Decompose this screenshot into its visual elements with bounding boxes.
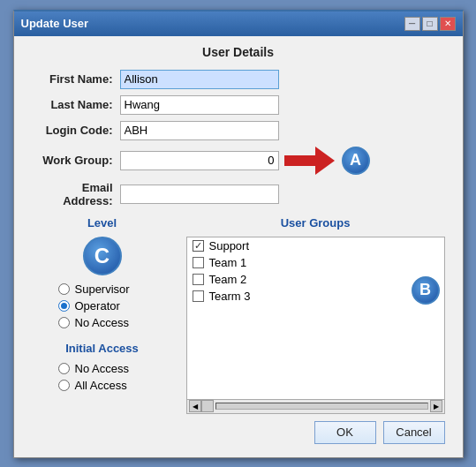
checkbox-team2[interactable] <box>193 274 204 285</box>
badge-a: A <box>342 147 370 175</box>
scroll-track[interactable] <box>215 403 428 410</box>
radio-label-all-access: All Access <box>75 379 127 392</box>
horizontal-scrollbar[interactable]: ◀ ▶ <box>186 400 445 414</box>
email-row: Email Address: <box>32 181 445 207</box>
list-label-support: Support <box>209 239 250 252</box>
user-groups-title: User Groups <box>186 216 445 230</box>
radio-circle-all-access <box>58 380 70 391</box>
checkbox-team1[interactable] <box>193 257 204 268</box>
access-group: No Access All Access <box>32 362 173 392</box>
work-group-row: Work Group: A <box>32 147 445 175</box>
first-name-label: First Name: <box>32 72 120 86</box>
right-panel: User Groups ✓ Support Team 1 <box>186 216 445 414</box>
minimize-button[interactable]: ─ <box>404 17 420 31</box>
cancel-button[interactable]: Cancel <box>383 421 445 444</box>
level-group: Supervisor Operator No Access <box>32 282 173 329</box>
window-controls: ─ □ ✕ <box>404 17 456 31</box>
window-body: User Details First Name: Last Name: Logi… <box>14 36 463 457</box>
last-name-input[interactable] <box>120 95 279 115</box>
first-name-row: First Name: <box>32 70 445 89</box>
level-title: Level <box>32 216 173 230</box>
checkbox-support[interactable]: ✓ <box>193 240 204 252</box>
badge-c: C <box>83 237 122 275</box>
radio-no-access-init[interactable]: No Access <box>58 362 173 375</box>
radio-circle-operator <box>58 300 70 312</box>
main-section: Level C Supervisor Operator <box>32 216 445 414</box>
arrow-indicator: A <box>284 147 370 175</box>
scroll-thumb[interactable] <box>201 400 214 412</box>
login-code-row: Login Code: <box>32 121 445 140</box>
radio-label-operator: Operator <box>75 299 120 313</box>
arrow-shape <box>315 147 335 175</box>
radio-all-access[interactable]: All Access <box>58 379 173 392</box>
arrow-rect <box>284 155 315 166</box>
list-label-team2: Team 2 <box>209 273 247 286</box>
list-item-team2[interactable]: Team 2 <box>187 271 444 288</box>
last-name-row: Last Name: <box>32 95 445 115</box>
section-title: User Details <box>32 45 445 59</box>
radio-circle-supervisor <box>58 283 70 295</box>
close-button[interactable]: ✕ <box>440 17 456 31</box>
radio-no-access[interactable]: No Access <box>58 316 173 329</box>
login-code-input[interactable] <box>120 121 279 140</box>
radio-operator[interactable]: Operator <box>58 299 173 313</box>
title-bar: Update User ─ □ ✕ <box>14 11 463 36</box>
list-item-support[interactable]: ✓ Support <box>187 237 444 254</box>
first-name-input[interactable] <box>120 70 279 89</box>
last-name-label: Last Name: <box>32 98 120 111</box>
radio-circle-no-access <box>58 317 70 328</box>
radio-label-supervisor: Supervisor <box>75 282 130 296</box>
window-title: Update User <box>21 17 89 30</box>
list-item-team1[interactable]: Team 1 <box>187 254 444 271</box>
list-label-tearm3: Tearm 3 <box>209 290 251 303</box>
radio-dot-operator <box>61 303 67 309</box>
left-panel: Level C Supervisor Operator <box>32 216 173 414</box>
scroll-left-arrow[interactable]: ◀ <box>189 400 201 412</box>
badge-b: B <box>412 276 440 305</box>
radio-supervisor[interactable]: Supervisor <box>58 282 173 296</box>
footer: OK Cancel <box>32 421 445 444</box>
initial-access-title: Initial Access <box>32 342 173 355</box>
login-code-label: Login Code: <box>32 124 120 137</box>
list-item-tearm3[interactable]: Tearm 3 <box>187 288 444 305</box>
email-label: Email Address: <box>32 181 120 207</box>
restore-button[interactable]: □ <box>422 17 438 31</box>
radio-label-no-access-init: No Access <box>75 362 129 375</box>
update-user-window: Update User ─ □ ✕ User Details First Nam… <box>13 10 464 458</box>
checkbox-tearm3[interactable] <box>193 290 204 302</box>
ok-button[interactable]: OK <box>314 421 376 444</box>
radio-label-no-access: No Access <box>75 316 129 329</box>
user-groups-listbox[interactable]: ✓ Support Team 1 Team 2 <box>186 237 445 400</box>
work-group-input[interactable] <box>120 151 279 170</box>
check-mark-support: ✓ <box>194 241 202 251</box>
listbox-container: ✓ Support Team 1 Team 2 <box>186 237 445 400</box>
list-label-team1: Team 1 <box>209 256 247 269</box>
work-group-label: Work Group: <box>32 154 120 167</box>
scroll-right-arrow[interactable]: ▶ <box>430 400 442 412</box>
radio-circle-no-access-init <box>58 363 70 374</box>
email-input[interactable] <box>120 185 279 204</box>
